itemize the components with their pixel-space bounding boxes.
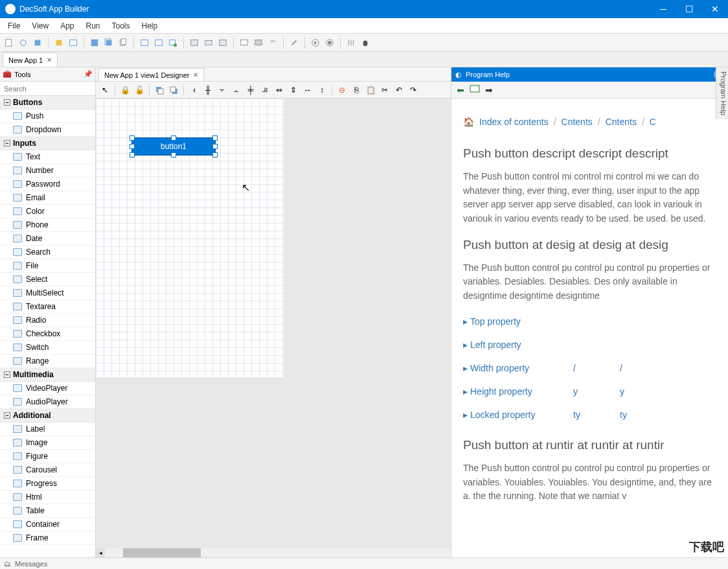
home-icon[interactable]: 🏠 — [463, 117, 474, 127]
tool-item[interactable]: Figure — [0, 450, 95, 463]
unlock-icon[interactable]: 🔓 — [133, 84, 146, 97]
cut-icon[interactable]: ✂ — [378, 84, 391, 97]
save-all-icon[interactable] — [102, 36, 115, 49]
scroll-left-button[interactable]: ◂ — [96, 548, 105, 557]
nav-forward-icon[interactable]: ➡ — [485, 85, 493, 95]
collapse-icon[interactable]: − — [4, 99, 10, 106]
align-center-icon[interactable]: ╫ — [201, 84, 214, 97]
align-bottom-icon[interactable]: ⫡ — [258, 84, 271, 97]
same-width-icon[interactable]: ↔ — [301, 84, 314, 97]
align-left-icon[interactable]: ⫞ — [187, 84, 200, 97]
layout2-icon[interactable] — [202, 36, 215, 49]
tool-item[interactable]: Frame — [0, 531, 95, 545]
category-header[interactable]: −Additional — [0, 409, 95, 423]
tool-item[interactable]: Container — [0, 518, 95, 531]
save-dropdown-icon[interactable] — [31, 36, 44, 49]
layout3-icon[interactable] — [216, 36, 229, 49]
resize-handle[interactable] — [212, 152, 218, 157]
stop-icon[interactable] — [323, 36, 336, 49]
wrench-icon[interactable] — [288, 36, 301, 49]
sliders-icon[interactable] — [345, 36, 358, 49]
form-add-icon[interactable] — [166, 36, 179, 49]
button-widget[interactable]: button1 — [131, 137, 216, 156]
help-body[interactable]: 🏠 Index of contents / Cntents / Cntents … — [451, 99, 728, 557]
tool-item[interactable]: VideoPlayer — [0, 382, 95, 395]
resize-handle[interactable] — [130, 144, 135, 149]
tool-item[interactable]: Text — [0, 150, 95, 164]
tool-item[interactable]: Textarea — [0, 300, 95, 314]
horizontal-scrollbar[interactable]: ◂ — [96, 548, 451, 557]
tool-item[interactable]: Search — [0, 246, 95, 259]
open-dropdown-icon[interactable] — [17, 36, 30, 49]
resize-handle[interactable] — [171, 152, 176, 157]
designer-tab[interactable]: New App 1 view1 Designer ✕ — [98, 68, 204, 81]
send-back-icon[interactable] — [167, 84, 180, 97]
dist-h-icon[interactable]: ⇔ — [273, 84, 286, 97]
close-button[interactable]: ✕ — [702, 0, 728, 18]
form-icon[interactable] — [138, 36, 151, 49]
align-top-icon[interactable]: ⫠ — [230, 84, 243, 97]
pin-icon[interactable] — [52, 36, 65, 49]
minimize-button[interactable]: ─ — [650, 0, 676, 18]
redo-icon[interactable]: ↷ — [407, 84, 420, 97]
tool-item[interactable]: Html — [0, 491, 95, 504]
run-icon[interactable] — [309, 36, 322, 49]
align-right-icon[interactable]: ⫟ — [216, 84, 229, 97]
tool-item[interactable]: Email — [0, 191, 95, 205]
maximize-button[interactable]: ☐ — [676, 0, 702, 18]
bug-icon[interactable] — [359, 36, 372, 49]
scroll-thumb[interactable] — [123, 548, 201, 557]
tool-item[interactable]: AudioPlayer — [0, 395, 95, 409]
pointer-icon[interactable]: ↖ — [98, 84, 111, 97]
bring-front-icon[interactable] — [153, 84, 166, 97]
tool-item[interactable]: Number — [0, 164, 95, 178]
menu-view[interactable]: View — [27, 20, 54, 32]
messages-icon[interactable]: 🗂 — [4, 560, 11, 568]
app-tab[interactable]: New App 1 ✕ — [3, 52, 58, 67]
menu-help[interactable]: Help — [137, 20, 163, 32]
search-input[interactable] — [0, 82, 95, 95]
tools-list[interactable]: −ButtonsPushDropdown−InputsTextNumberPas… — [0, 96, 95, 557]
screen-icon[interactable] — [238, 36, 251, 49]
menu-app[interactable]: App — [55, 20, 79, 32]
tool-item[interactable]: Image — [0, 436, 95, 450]
tool-item[interactable]: Progress — [0, 477, 95, 491]
tool-item[interactable]: Switch — [0, 341, 95, 354]
collapse-icon[interactable]: − — [4, 140, 10, 146]
undo-icon[interactable]: ↶ — [392, 84, 405, 97]
tool-item[interactable]: MultiSelect — [0, 286, 95, 300]
menu-file[interactable]: File — [3, 20, 25, 32]
tool-item[interactable]: Radio — [0, 314, 95, 327]
help-property-link[interactable]: ▸Top property — [463, 316, 573, 327]
tool-item[interactable]: Phone — [0, 218, 95, 232]
breadcrumb-link[interactable]: Cntents — [606, 117, 637, 127]
dist-v-icon[interactable]: ⇕ — [287, 84, 300, 97]
db-icon[interactable] — [266, 36, 279, 49]
help-vertical-tab[interactable]: Program Help — [716, 67, 728, 119]
help-property-link[interactable]: ▸Locked property — [463, 410, 573, 420]
help-property-link[interactable]: ▸Height property — [463, 386, 573, 397]
breadcrumb-link[interactable]: Cntents — [562, 117, 593, 127]
paste-icon[interactable]: 📋 — [364, 84, 377, 97]
tool-item[interactable]: Push — [0, 110, 95, 123]
window-icon[interactable] — [67, 36, 80, 49]
tool-item[interactable]: Color — [0, 205, 95, 218]
help-property-link[interactable]: ▸Left property — [463, 340, 573, 350]
new-icon[interactable] — [3, 36, 16, 49]
design-canvas[interactable]: button1 ↖ — [96, 99, 284, 377]
copy-icon[interactable] — [117, 36, 130, 49]
resize-handle[interactable] — [130, 135, 135, 141]
close-icon[interactable]: ✕ — [47, 56, 52, 64]
tool-item[interactable]: Password — [0, 178, 95, 191]
tool-item[interactable]: File — [0, 259, 95, 273]
layout1-icon[interactable] — [188, 36, 201, 49]
breadcrumb-link[interactable]: C — [650, 117, 656, 127]
nav-home-icon[interactable] — [470, 84, 480, 95]
copy2-icon[interactable]: ⎘ — [350, 84, 363, 97]
pin-icon[interactable]: 📌 — [84, 70, 93, 78]
resize-handle[interactable] — [212, 135, 218, 141]
category-header[interactable]: −Inputs — [0, 137, 95, 150]
tool-item[interactable]: Label — [0, 423, 95, 436]
tool-item[interactable]: Date — [0, 232, 95, 246]
messages-label[interactable]: Messages — [15, 560, 47, 568]
